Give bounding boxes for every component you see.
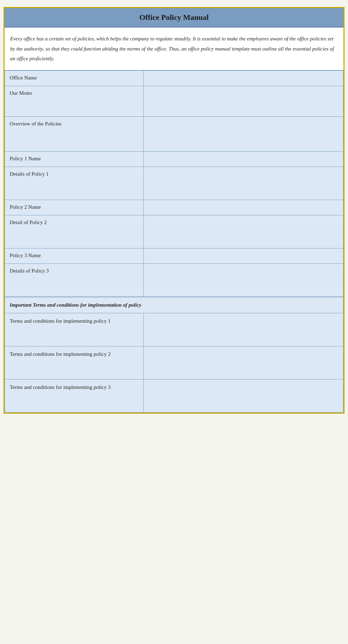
label-terms3: Terms and conditions for implementing po… — [5, 379, 144, 412]
terms-section-header: Important Terms and conditions for imple… — [5, 297, 343, 313]
table-row: Policy 2 Name — [5, 200, 343, 215]
intro-section: Every office has a certain set of polici… — [5, 28, 343, 70]
label-terms2: Terms and conditions for implementing po… — [5, 346, 144, 379]
table-row: Our Motto — [5, 86, 343, 116]
terms-table: Important Terms and conditions for imple… — [5, 297, 343, 413]
table-row: Overview of the Policies — [5, 116, 343, 151]
table-row: Terms and conditions for implementing po… — [5, 313, 343, 346]
title-bar: Office Policy Manual — [5, 8, 343, 28]
value-policy1-name[interactable] — [143, 151, 343, 167]
label-policy3-detail: Details of Policy 3 — [5, 263, 144, 297]
label-policy1-detail: Details of Policy 1 — [5, 167, 144, 200]
value-motto[interactable] — [143, 86, 343, 116]
label-terms1: Terms and conditions for implementing po… — [5, 313, 144, 346]
table-row: Policy 3 Name — [5, 248, 343, 263]
value-terms2[interactable] — [143, 346, 343, 379]
page-title: Office Policy Manual — [8, 13, 340, 22]
table-row: Details of Policy 1 — [5, 167, 343, 200]
value-policy2-name[interactable] — [143, 200, 343, 215]
value-office-name[interactable] — [143, 70, 343, 86]
table-row: Detail of Policy 2 — [5, 215, 343, 248]
label-motto: Our Motto — [5, 86, 144, 116]
table-row: Office Name — [5, 70, 343, 86]
label-policy2-detail: Detail of Policy 2 — [5, 215, 144, 248]
main-table: Office Name Our Motto Overview of the Po… — [5, 70, 343, 297]
label-policy1-name: Policy 1 Name — [5, 151, 144, 167]
table-row: Terms and conditions for implementing po… — [5, 346, 343, 379]
label-policy3-name: Policy 3 Name — [5, 248, 144, 263]
terms-section-header-row: Important Terms and conditions for imple… — [5, 297, 343, 313]
intro-text: Every office has a certain set of polici… — [10, 34, 338, 64]
label-overview: Overview of the Policies — [5, 116, 144, 151]
value-policy3-detail[interactable] — [143, 263, 343, 297]
value-terms3[interactable] — [143, 379, 343, 412]
value-policy3-name[interactable] — [143, 248, 343, 263]
table-row: Terms and conditions for implementing po… — [5, 379, 343, 412]
value-overview[interactable] — [143, 116, 343, 151]
table-row: Policy 1 Name — [5, 151, 343, 167]
label-policy2-name: Policy 2 Name — [5, 200, 144, 215]
value-policy2-detail[interactable] — [143, 215, 343, 248]
value-policy1-detail[interactable] — [143, 167, 343, 200]
table-row: Details of Policy 3 — [5, 263, 343, 297]
label-office-name: Office Name — [5, 70, 144, 86]
page-wrapper: Office Policy Manual Every office has a … — [3, 7, 345, 414]
value-terms1[interactable] — [143, 313, 343, 346]
